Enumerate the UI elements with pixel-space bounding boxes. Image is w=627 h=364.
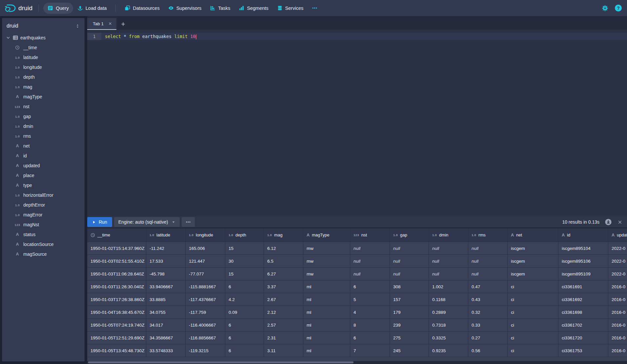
table-cell-nst[interactable]: null xyxy=(350,268,390,280)
table-cell-updated[interactable]: 2016-0 xyxy=(608,344,627,357)
table-cell-longitude[interactable]: -115.8881667 xyxy=(186,280,225,293)
table-cell-magType[interactable]: mw xyxy=(303,255,350,268)
table-cell-latitude[interactable]: 33.8885 xyxy=(146,293,186,306)
table-cell-rms[interactable]: 0.56 xyxy=(468,344,508,357)
sidebar-field-id[interactable]: Aid xyxy=(2,151,85,161)
table-cell-updated[interactable]: 2016-0 xyxy=(608,332,627,344)
table-cell-mag[interactable]: 6.27 xyxy=(264,268,303,280)
table-cell-id[interactable]: ci3361692 xyxy=(558,293,608,306)
sort-icon[interactable] xyxy=(75,24,80,29)
help-icon[interactable]: ? xyxy=(615,5,622,11)
table-cell-mag[interactable]: 2.12 xyxy=(264,306,303,319)
table-cell-mag[interactable]: 6.12 xyxy=(264,242,303,255)
table-cell-latitude[interactable]: 34.017 xyxy=(146,319,186,332)
query-more-button[interactable] xyxy=(182,217,195,227)
tab-close-icon[interactable] xyxy=(108,22,112,26)
table-cell-gap[interactable]: 157 xyxy=(390,293,429,306)
table-cell-nst[interactable]: 6 xyxy=(350,280,390,293)
sidebar-field-type[interactable]: Atype xyxy=(2,180,85,190)
table-cell-rms[interactable]: 0.47 xyxy=(468,280,508,293)
table-cell-__time[interactable]: 1950-01-03T11:06:28.640Z xyxy=(87,268,146,280)
table-cell-__time[interactable]: 1950-01-05T07:24:19.740Z xyxy=(87,319,146,332)
table-cell-nst[interactable]: null xyxy=(350,255,390,268)
table-cell-rms[interactable]: 0.32 xyxy=(468,306,508,319)
column-header-updated[interactable]: Aupdated xyxy=(608,228,627,242)
table-cell-net[interactable]: iscgem xyxy=(508,242,558,255)
table-cell-gap[interactable]: null xyxy=(390,268,429,280)
sidebar-field-place[interactable]: Aplace xyxy=(2,171,85,180)
table-cell-longitude[interactable]: -117.4376667 xyxy=(186,293,225,306)
table-cell-mag[interactable]: 2.67 xyxy=(264,293,303,306)
table-cell-rms[interactable]: 0.33 xyxy=(468,319,508,332)
sidebar-field-magType[interactable]: AmagType xyxy=(2,92,85,102)
table-cell-magType[interactable]: ml xyxy=(303,280,350,293)
table-cell-__time[interactable]: 1950-01-05T12:51:29.690Z xyxy=(87,332,146,344)
table-cell-longitude[interactable]: -119.3215 xyxy=(186,344,225,357)
table-cell-updated[interactable]: 2016-0 xyxy=(608,280,627,293)
table-cell-mag[interactable]: 2.57 xyxy=(264,319,303,332)
table-cell-updated[interactable]: 2016-0 xyxy=(608,319,627,332)
table-cell-dmin[interactable]: 0.3325 xyxy=(429,332,468,344)
table-cell-mag[interactable]: 3.37 xyxy=(264,280,303,293)
table-cell-depth[interactable]: 15 xyxy=(225,242,264,255)
nav-item-datasources[interactable]: Datasources xyxy=(120,3,164,14)
table-cell-net[interactable]: ci xyxy=(508,280,558,293)
table-cell-magType[interactable]: ml xyxy=(303,306,350,319)
table-cell-latitude[interactable]: -45.798 xyxy=(146,268,186,280)
nav-item-supervisors[interactable]: Supervisors xyxy=(164,3,206,14)
sidebar-field-magError[interactable]: 1.0magError xyxy=(2,210,85,220)
table-cell-updated[interactable]: 2022-0 xyxy=(608,268,627,280)
close-results-icon[interactable] xyxy=(617,220,622,225)
table-cell-nst[interactable]: 6 xyxy=(350,332,390,344)
table-cell-depth[interactable]: 30 xyxy=(225,255,264,268)
column-header-magType[interactable]: AmagType xyxy=(303,228,350,242)
table-cell-magType[interactable]: mw xyxy=(303,268,350,280)
sidebar-field-dmin[interactable]: 1.0dmin xyxy=(2,121,85,131)
table-cell-id[interactable]: iscgem895109 xyxy=(558,268,608,280)
table-cell-__time[interactable]: 1950-01-03T02:51:55.410Z xyxy=(87,255,146,268)
table-cell-magType[interactable]: ml xyxy=(303,319,350,332)
table-cell-longitude[interactable]: -117.759 xyxy=(186,306,225,319)
table-cell-magType[interactable]: ml xyxy=(303,332,350,344)
table-cell-net[interactable]: iscgem xyxy=(508,255,558,268)
table-cell-__time[interactable]: 1950-01-04T16:38:45.670Z xyxy=(87,306,146,319)
table-cell-net[interactable]: ci xyxy=(508,332,558,344)
table-cell-latitude[interactable]: 17.533 xyxy=(146,255,186,268)
sidebar-field-locationSource[interactable]: AlocationSource xyxy=(2,239,85,249)
table-cell-depth[interactable]: 0.09 xyxy=(225,306,264,319)
column-header-id[interactable]: Aid xyxy=(558,228,608,242)
active-code-line[interactable]: 1 select * from earthquakes limit 10 xyxy=(87,33,627,40)
table-cell-id[interactable]: ci3361720 xyxy=(558,332,608,344)
table-cell-longitude[interactable]: -116.8856667 xyxy=(186,332,225,344)
table-cell-rms[interactable]: 0.43 xyxy=(468,293,508,306)
sidebar-field-net[interactable]: Anet xyxy=(2,141,85,151)
table-cell-net[interactable]: ci xyxy=(508,306,558,319)
table-cell-id[interactable]: iscgem895106 xyxy=(558,255,608,268)
sql-editor[interactable]: 1 select * from earthquakes limit 10 xyxy=(87,30,627,216)
table-cell-nst[interactable]: null xyxy=(350,242,390,255)
download-icon[interactable] xyxy=(605,218,612,226)
table-cell-__time[interactable]: 1950-01-03T11:26:30.040Z xyxy=(87,280,146,293)
column-header-mag[interactable]: 1.0mag xyxy=(264,228,303,242)
sidebar-field-latitude[interactable]: 1.0latitude xyxy=(2,52,85,62)
table-cell-longitude[interactable]: -77.077 xyxy=(186,268,225,280)
add-tab-button[interactable] xyxy=(116,18,130,30)
sidebar-field-longitude[interactable]: 1.0longitude xyxy=(2,62,85,72)
table-cell-latitude[interactable]: 33.5748333 xyxy=(146,344,186,357)
table-cell-gap[interactable]: 245 xyxy=(390,344,429,357)
column-header-__time[interactable]: __time xyxy=(87,228,146,242)
table-cell-mag[interactable]: 6.5 xyxy=(264,255,303,268)
nav-item-segments[interactable]: Segments xyxy=(234,3,273,14)
table-cell-updated[interactable]: 2022-0 xyxy=(608,255,627,268)
table-cell-dmin[interactable]: null xyxy=(429,268,468,280)
table-cell-depth[interactable]: 6 xyxy=(225,280,264,293)
table-cell-latitude[interactable]: -11.242 xyxy=(146,242,186,255)
settings-gear-icon[interactable] xyxy=(602,5,608,11)
sidebar-field-depth[interactable]: 1.0depth xyxy=(2,72,85,82)
table-cell-depth[interactable]: 6 xyxy=(225,319,264,332)
engine-select[interactable]: Engine: auto (sql-native) xyxy=(114,217,180,227)
nav-item-services[interactable]: Services xyxy=(273,3,308,14)
nav-item-more[interactable] xyxy=(308,3,322,14)
column-header-net[interactable]: Anet xyxy=(508,228,558,242)
sidebar-field-status[interactable]: Astatus xyxy=(2,230,85,239)
